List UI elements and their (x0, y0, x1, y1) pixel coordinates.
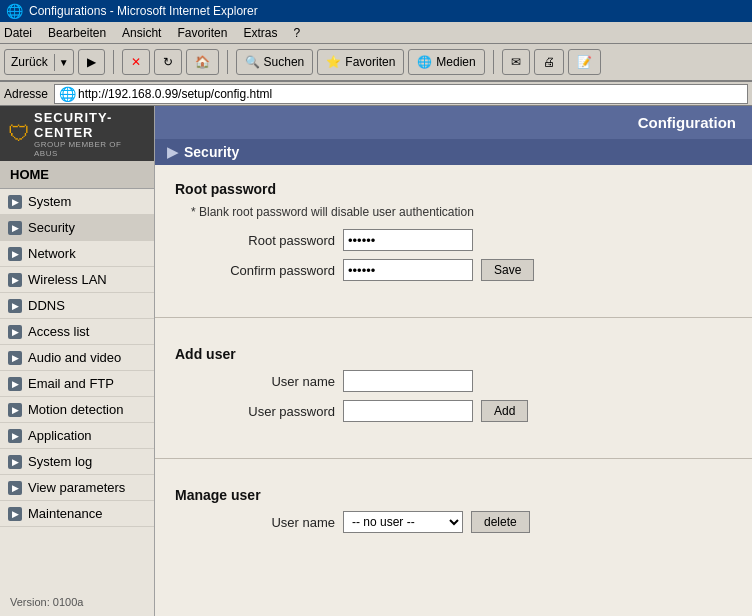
toolbar-separator-3 (493, 50, 494, 74)
save-button[interactable]: Save (481, 259, 534, 281)
sidebar-item-application[interactable]: ▶ Application (0, 423, 154, 449)
search-label: Suchen (264, 55, 305, 69)
arrow-icon: ▶ (8, 351, 22, 365)
menu-bearbeiten[interactable]: Bearbeiten (48, 26, 106, 40)
ie-icon: 🌐 (6, 3, 23, 19)
header-arrow-icon: ▶ (167, 144, 178, 160)
username-label: User name (175, 374, 335, 389)
main-area: 🛡 SECURITY-CENTER GROUP MEMBER OF ABUS H… (0, 106, 752, 616)
sidebar-label: Motion detection (28, 402, 123, 417)
sidebar-item-system[interactable]: ▶ System (0, 189, 154, 215)
stop-button[interactable]: ✕ (122, 49, 150, 75)
user-password-input[interactable] (343, 400, 473, 422)
print-button[interactable]: 🖨 (534, 49, 564, 75)
back-label[interactable]: Zurück (5, 52, 54, 72)
confirm-password-input[interactable] (343, 259, 473, 281)
add-button[interactable]: Add (481, 400, 528, 422)
sidebar-label: Maintenance (28, 506, 102, 521)
root-password-input[interactable] (343, 229, 473, 251)
sidebar-item-access-list[interactable]: ▶ Access list (0, 319, 154, 345)
toolbar-separator-1 (113, 50, 114, 74)
stop-icon: ✕ (131, 55, 141, 69)
arrow-icon: ▶ (8, 273, 22, 287)
address-input-container[interactable]: 🌐 http://192.168.0.99/setup/config.html (54, 84, 748, 104)
home-icon: 🏠 (195, 55, 210, 69)
sidebar-item-audio-video[interactable]: ▶ Audio and video (0, 345, 154, 371)
title-bar: 🌐 Configurations - Microsoft Internet Ex… (0, 0, 752, 22)
window-title: Configurations - Microsoft Internet Expl… (29, 4, 258, 18)
edit-button[interactable]: 📝 (568, 49, 601, 75)
sidebar-item-system-log[interactable]: ▶ System log (0, 449, 154, 475)
sidebar-label: System (28, 194, 71, 209)
sidebar-item-maintenance[interactable]: ▶ Maintenance (0, 501, 154, 527)
forward-icon: ▶ (87, 55, 96, 69)
sidebar-item-network[interactable]: ▶ Network (0, 241, 154, 267)
section-header: ▶ Security (155, 139, 752, 165)
sidebar-item-ddns[interactable]: ▶ DDNS (0, 293, 154, 319)
arrow-icon: ▶ (8, 247, 22, 261)
menu-ansicht[interactable]: Ansicht (122, 26, 161, 40)
sidebar-item-motion-detection[interactable]: ▶ Motion detection (0, 397, 154, 423)
delete-button[interactable]: delete (471, 511, 530, 533)
back-dropdown[interactable]: ▼ (54, 54, 73, 71)
print-icon: 🖨 (543, 55, 555, 69)
arrow-icon: ▶ (8, 325, 22, 339)
sidebar-label: Audio and video (28, 350, 121, 365)
sidebar-label: DDNS (28, 298, 65, 313)
media-button[interactable]: 🌐 Medien (408, 49, 484, 75)
star-icon: ⭐ (326, 55, 341, 69)
media-label: Medien (436, 55, 475, 69)
arrow-icon: ▶ (8, 299, 22, 313)
sidebar-item-email-ftp[interactable]: ▶ Email and FTP (0, 371, 154, 397)
menu-help[interactable]: ? (293, 26, 300, 40)
menu-extras[interactable]: Extras (243, 26, 277, 40)
manage-user-select[interactable]: -- no user -- (343, 511, 463, 533)
address-label: Adresse (4, 87, 48, 101)
address-bar: Adresse 🌐 http://192.168.0.99/setup/conf… (0, 82, 752, 106)
toolbar-separator-2 (227, 50, 228, 74)
search-button[interactable]: 🔍 Suchen (236, 49, 314, 75)
sidebar-item-security[interactable]: ▶ Security (0, 215, 154, 241)
username-row: User name (175, 370, 732, 392)
manage-user-section: Manage user User name -- no user -- dele… (155, 471, 752, 557)
content-area: Configuration ▶ Security Root password *… (155, 106, 752, 616)
sidebar-item-view-parameters[interactable]: ▶ View parameters (0, 475, 154, 501)
media-icon: 🌐 (417, 55, 432, 69)
username-input[interactable] (343, 370, 473, 392)
section-divider-1 (155, 317, 752, 318)
add-user-section: Add user User name User password Add (155, 330, 752, 446)
confirm-password-row: Confirm password Save (175, 259, 732, 281)
sidebar-label: Email and FTP (28, 376, 114, 391)
menu-datei[interactable]: Datei (4, 26, 32, 40)
sidebar-label: Network (28, 246, 76, 261)
arrow-icon: ▶ (8, 195, 22, 209)
home-label: HOME (10, 167, 49, 182)
arrow-icon: ▶ (8, 377, 22, 391)
manage-user-title: Manage user (175, 487, 732, 503)
menu-favoriten[interactable]: Favoriten (177, 26, 227, 40)
sidebar-item-home[interactable]: HOME (0, 161, 154, 189)
user-password-label: User password (175, 404, 335, 419)
refresh-button[interactable]: ↻ (154, 49, 182, 75)
logo-sub: GROUP MEMBER OF ABUS (34, 140, 146, 158)
menu-bar: Datei Bearbeiten Ansicht Favoriten Extra… (0, 22, 752, 44)
sidebar-label: System log (28, 454, 92, 469)
search-icon: 🔍 (245, 55, 260, 69)
home-button[interactable]: 🏠 (186, 49, 219, 75)
mail-button[interactable]: ✉ (502, 49, 530, 75)
note-text: * Blank root password will disable user … (191, 205, 474, 219)
arrow-icon: ▶ (8, 429, 22, 443)
favorites-label: Favoriten (345, 55, 395, 69)
section-divider-2 (155, 458, 752, 459)
shield-icon: 🛡 (8, 121, 30, 147)
sidebar: 🛡 SECURITY-CENTER GROUP MEMBER OF ABUS H… (0, 106, 155, 616)
sidebar-item-wireless-lan[interactable]: ▶ Wireless LAN (0, 267, 154, 293)
logo-text-group: SECURITY-CENTER GROUP MEMBER OF ABUS (34, 110, 146, 158)
section-title: Security (184, 144, 239, 160)
page-icon: 🌐 (59, 86, 76, 102)
arrow-icon: ▶ (8, 481, 22, 495)
favorites-button[interactable]: ⭐ Favoriten (317, 49, 404, 75)
back-button[interactable]: Zurück ▼ (4, 49, 74, 75)
root-password-title: Root password (175, 181, 732, 197)
forward-button[interactable]: ▶ (78, 49, 105, 75)
